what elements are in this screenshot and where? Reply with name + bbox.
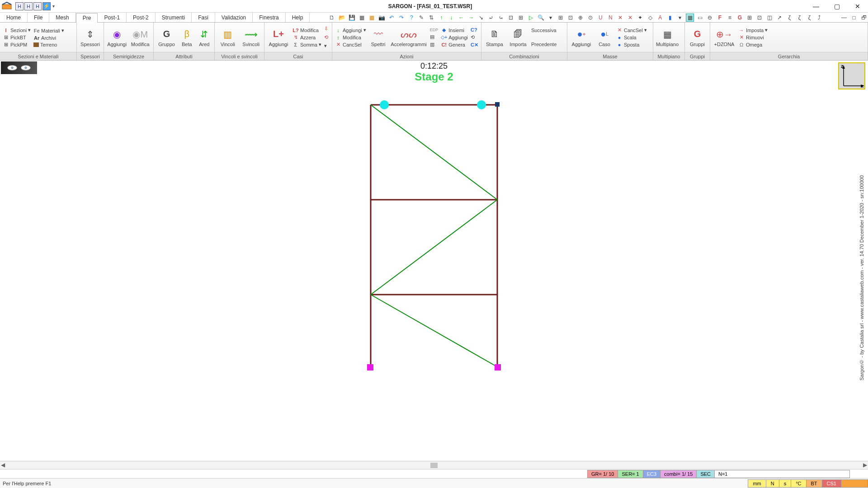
tb-pencil-icon[interactable]: ✎ (417, 14, 425, 22)
tab-validazione[interactable]: Validazion (215, 13, 253, 22)
mdi-min-icon[interactable]: — (840, 14, 848, 22)
masse-aggiungi-button[interactable]: ●+Aggiungi (570, 23, 593, 51)
dzona-button[interactable]: ⊕→+DZONA (713, 23, 736, 51)
tb-more2-icon[interactable]: ▾ (676, 14, 684, 22)
status-ser[interactable]: SER= 1 (618, 470, 643, 478)
tb-target-icon[interactable]: ⊙ (586, 14, 594, 22)
tb-g-icon[interactable]: G (736, 14, 744, 22)
close-button[interactable]: ✕ (847, 0, 868, 13)
imposta-button[interactable]: →Imposta ▾ (738, 27, 768, 33)
tb-play-icon[interactable]: ▷ (527, 14, 535, 22)
status-combi[interactable]: combi= 1/ 15 (660, 470, 697, 478)
tb-view3-icon[interactable]: ⊖ (706, 14, 714, 22)
tb-undo-icon[interactable]: ↶ (387, 14, 396, 22)
cx-icon[interactable]: C✕ (471, 42, 478, 48)
tb-z3-icon[interactable]: ζ (805, 14, 813, 22)
axis-widget[interactable]: z x (838, 62, 865, 89)
tab-mesh[interactable]: Mesh (49, 13, 75, 22)
tb-down-icon[interactable]: ↓ (447, 14, 455, 22)
rimuovi-button[interactable]: ✕Rimuovi (738, 34, 768, 41)
azioni-aggiungi-button[interactable]: ↓Aggiungi ▾ (335, 27, 366, 33)
unit-cs1[interactable]: CS1 (822, 479, 841, 488)
tb-star-icon[interactable]: ✦ (636, 14, 644, 22)
unit-bt[interactable]: BT (806, 479, 822, 488)
unit-n[interactable]: N (766, 479, 779, 488)
qat-btn-4[interactable]: ⚡ (42, 2, 51, 10)
successiva-button[interactable]: Successiva (531, 28, 557, 33)
spessori-button[interactable]: ⇕Spessori (80, 23, 101, 51)
tb-sel3-icon[interactable]: ⊕ (576, 14, 585, 22)
beta-button[interactable]: βBeta (179, 23, 194, 51)
tab-strumenti[interactable]: Strumenti (156, 13, 192, 22)
stampa-button[interactable]: 🗎Stampa (484, 23, 505, 51)
horizontal-scrollbar[interactable]: ◀ ▶ (0, 461, 868, 469)
tb-view2-icon[interactable]: ▭ (696, 14, 704, 22)
tb-z2-icon[interactable]: ζ (795, 14, 803, 22)
masse-sposta-button[interactable]: ●Sposta (616, 42, 647, 48)
tb-split-icon[interactable]: ◫ (765, 14, 774, 22)
azioni-cancsel-button[interactable]: ✕CancSel (335, 42, 366, 48)
tb-grid4-icon[interactable]: ⊡ (755, 14, 764, 22)
tb-grid3-icon[interactable]: ⊞ (745, 14, 754, 22)
qat-btn-3[interactable]: H (33, 2, 42, 10)
edp-icon1[interactable]: ▤ (430, 34, 439, 40)
insiemi-button[interactable]: ◆Insiemi (441, 27, 468, 33)
casi-azzera-button[interactable]: ↯Azzera (292, 34, 321, 41)
precedente-button[interactable]: Precedente (531, 42, 557, 47)
semirig-aggiungi-button[interactable]: ◉Aggiungi (107, 23, 127, 51)
tb-sel1-icon[interactable]: ⊞ (557, 14, 565, 22)
tab-fasi[interactable]: Fasi (192, 13, 215, 22)
tb-bar-icon[interactable]: ▮ (666, 14, 674, 22)
canvas-area[interactable]: 0:12:25 Stage 2 z x Sargon© - by Castali… (0, 61, 868, 461)
tb-redo-icon[interactable]: ↷ (397, 14, 406, 22)
mdi-close-icon[interactable]: 🗗 (860, 14, 868, 22)
casi-extra3-icon[interactable]: ▾ (324, 43, 328, 49)
tb-diamond-icon[interactable]: ◇ (646, 14, 654, 22)
archivi-button[interactable]: ArArchivi (33, 35, 64, 41)
status-gr[interactable]: GR= 1/ 10 (587, 470, 618, 478)
pickbt-button[interactable]: ⊞PickBT (3, 34, 31, 41)
vincoli-button[interactable]: ▥Vincoli (217, 23, 238, 51)
tb-open-icon[interactable]: 📂 (338, 14, 346, 22)
casi-modifica-button[interactable]: L?Modifica (292, 27, 321, 33)
tb-curve-icon[interactable]: ⤴ (815, 14, 823, 22)
cq-icon[interactable]: C? (471, 27, 478, 33)
tb-zoom-icon[interactable]: 🔍 (537, 14, 545, 22)
minimize-button[interactable]: — (806, 0, 826, 13)
scroll-left-icon[interactable]: ◀ (1, 462, 5, 468)
casi-extra2-icon[interactable]: ⟲ (324, 34, 328, 40)
scroll-right-icon[interactable]: ▶ (863, 462, 867, 468)
materiali-button[interactable]: FeMateriali ▾ (33, 28, 64, 34)
azioni-aggiungi2-button[interactable]: ◇+Aggiungi (441, 34, 468, 41)
tb-sel2-icon[interactable]: ⊡ (566, 14, 575, 22)
tb-z1-icon[interactable]: ζ (785, 14, 793, 22)
tb-help-icon[interactable]: ? (407, 14, 415, 22)
multipiano-button[interactable]: ▦Multipiano (656, 23, 679, 51)
scroll-thumb[interactable] (430, 463, 438, 468)
terreno-button[interactable]: Terreno (33, 42, 64, 47)
sezioni-button[interactable]: ISezioni ▾ (3, 27, 31, 33)
masse-cancsel-button[interactable]: ✕CancSel ▾ (616, 27, 647, 33)
tb-fit1-icon[interactable]: ⊡ (507, 14, 515, 22)
importa-button[interactable]: 🗐Importa (508, 23, 528, 51)
tb-left-icon[interactable]: ← (457, 14, 465, 22)
tb-lines-icon[interactable]: ≡ (726, 14, 734, 22)
semirig-modifica-button[interactable]: ◉MModifica (130, 23, 151, 51)
tab-pre[interactable]: Pre (76, 13, 98, 23)
tb-updown-icon[interactable]: ⇅ (427, 14, 435, 22)
gruppo-button[interactable]: GGruppo (156, 23, 177, 51)
tb-fit2-icon[interactable]: ⊞ (517, 14, 525, 22)
omega-button[interactable]: ΩOmega (738, 42, 768, 48)
qat-btn-1[interactable]: H (15, 2, 24, 10)
pickpm-button[interactable]: ⊞PickPM (3, 42, 31, 48)
qat-btn-2[interactable]: H (24, 2, 33, 10)
tb-a-icon[interactable]: A (656, 14, 664, 22)
unit-mm[interactable]: mm (748, 479, 766, 488)
casi-aggiungi-button[interactable]: L+Aggiungi (267, 23, 290, 51)
unit-s[interactable]: s (779, 479, 792, 488)
accelerogrammi-button[interactable]: ᔕᔕAccelerogrammi (390, 23, 427, 51)
genera-button[interactable]: C!Genera (441, 42, 468, 48)
ared-button[interactable]: ⇵Ared (197, 23, 212, 51)
masse-caso-button[interactable]: ●LCaso (595, 23, 613, 51)
tb-new-icon[interactable]: 🗋 (328, 14, 336, 22)
